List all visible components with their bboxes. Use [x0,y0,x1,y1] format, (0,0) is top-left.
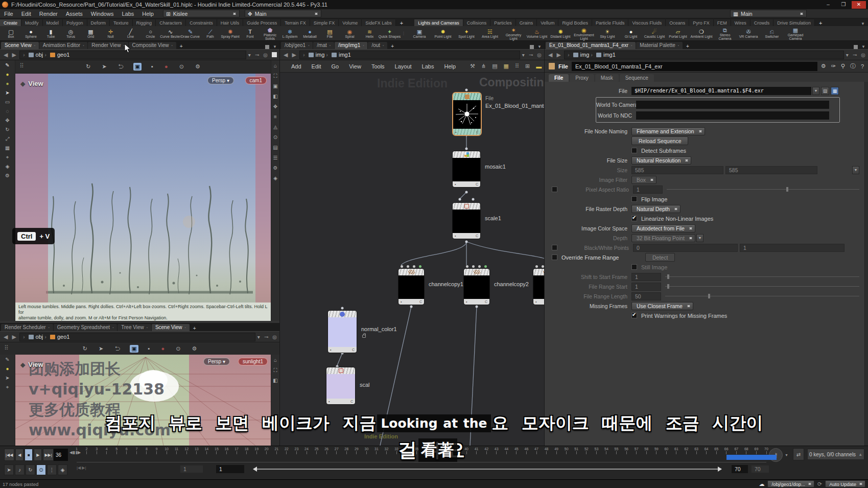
ruler-tick[interactable]: 2 [82,447,92,454]
node-partial[interactable] [533,268,544,305]
playback-range-slider[interactable] [250,465,724,473]
breadcrumb[interactable]: imgimg1 [564,51,844,59]
audio-icon[interactable]: ♪ [15,464,25,475]
loop-mode-icon[interactable]: ↻ [26,464,35,475]
ruler-tick[interactable]: 4 [102,447,112,454]
dropdown-icon[interactable]: ▾ [522,52,525,58]
shelf-tab[interactable]: Collisions [463,19,491,26]
ruler-tick[interactable]: 7 [131,447,142,454]
help-icon[interactable]: ? [861,63,864,69]
pose-handles-icon[interactable]: ◈ [6,164,10,169]
ruler-tick[interactable]: 53 [591,447,601,454]
shelf-tab[interactable]: Particles [490,19,516,26]
pane-tab[interactable]: Geometry Spreadsheet [54,324,118,331]
timeline-ruler[interactable]: 1234567891011121314151617181920212223242… [77,447,766,462]
breadcrumb-item[interactable]: img [303,52,324,58]
ruler-tick[interactable]: 57 [631,447,642,454]
right-desktop-selector[interactable]: ▦ Main [730,10,807,17]
pane-menu-icon[interactable] [537,44,542,49]
ruler-tick[interactable]: 49 [551,447,561,454]
gamepad-camera-tool-icon[interactable]: ▦Gamepad Camera [784,27,807,40]
shelf-tab[interactable]: Drive Simulation [773,19,815,26]
home-view-icon[interactable]: ⌂ [274,358,277,363]
ruler-tick[interactable]: 64 [701,447,712,454]
ruler-tick[interactable]: 15 [212,447,222,454]
playback-range-start-field[interactable]: 1 [216,465,244,473]
forward-icon[interactable]: ▶ [555,52,561,58]
display-flag-icon[interactable]: ● [6,72,9,77]
shelf-tab[interactable]: Grains [516,19,537,26]
metaball-tool-icon[interactable]: ●Metaball [300,27,320,40]
frame-selected-icon[interactable]: ⛶ [274,368,277,373]
menu-item[interactable]: Assets [62,11,87,17]
pin-icon[interactable]: ⊸ [264,334,268,340]
pane-menu-icon[interactable] [861,44,865,49]
display-options-icon[interactable]: ⚙ [194,63,202,71]
shelf-tab[interactable]: Oceans [666,19,689,26]
environment-light-tool-icon[interactable]: ◉Environment Light [572,27,596,40]
file-path-field[interactable]: $HIP/render/Ex_01_Blood_01.mantra1.$F4.e… [631,87,811,95]
shelf-tab[interactable]: Particle Fluids [592,19,629,26]
pane-tab[interactable]: /out [368,42,387,49]
select-keys-icon[interactable]: ➤ [4,464,14,475]
ruler-tick[interactable]: 65 [711,447,721,454]
node-file[interactable]: File Ex_01_Blood_01_mantra [452,92,482,136]
link-icon[interactable]: ◎ [861,52,865,58]
ruler-tick[interactable]: 48 [542,447,552,454]
context-path-dropdown[interactable]: /obj/geo1/dop... [767,480,814,487]
ruler-tick[interactable]: 58 [641,447,651,454]
ruler-tick[interactable]: 56 [621,447,631,454]
menu-item[interactable]: Go [326,63,344,69]
camera-selector[interactable]: sunlight1 [238,358,268,365]
pin-icon[interactable]: ⊸ [529,52,533,58]
shelf-tab[interactable]: Hair Utils [217,19,244,26]
link-icon[interactable]: ◎ [537,52,542,58]
spinner-icon[interactable] [232,11,237,16]
pin-icon[interactable]: ⊸ [255,52,259,58]
ruler-tick[interactable]: 68 [741,447,752,454]
quick-shapes-tool-icon[interactable]: ✦Quick Shapes [380,27,400,40]
circle-tool-icon[interactable]: ○Circle [140,27,160,40]
info-icon[interactable]: ⓘ [850,62,856,70]
color-swatch[interactable] [272,52,277,57]
spiral-tool-icon[interactable]: ◉Spiral [340,27,360,40]
ruler-tick[interactable]: 29 [351,447,362,454]
ruler-tick[interactable]: 54 [601,447,612,454]
ruler-tick[interactable]: 69 [751,447,761,454]
handles-icon[interactable]: ◈ [273,176,277,181]
ruler-tick[interactable]: 14 [201,447,212,454]
menu-item[interactable]: Add [286,63,307,69]
options-list-icon[interactable]: ☰ [273,155,278,160]
ruler-tick[interactable]: 24 [301,447,312,454]
ruler-tick[interactable]: 10 [161,447,172,454]
breadcrumb[interactable]: imgimg1 [299,51,520,59]
layout-icon[interactable]: ≡ [274,114,277,120]
render-flag-icon[interactable]: ● [6,81,9,86]
select-arrow-icon[interactable]: ➤ [5,90,9,96]
menu-item[interactable]: Windows [87,11,118,17]
ruler-tick[interactable]: 3 [91,447,102,454]
playback-range-end-field[interactable]: 70 [732,465,748,473]
back-icon[interactable]: ◀ [3,52,9,58]
link-icon[interactable]: ◎ [263,52,268,58]
scale-handle-icon[interactable]: ⤢ [6,136,10,142]
dropdown-icon[interactable]: ▼ [696,234,703,242]
shelf-tab[interactable]: Pyro FX [689,19,714,26]
shelf-overflow-icon[interactable] [861,21,868,26]
realtime-toggle-icon[interactable]: ⊙ [36,464,46,475]
shelf-tab[interactable]: Rigid Bodies [558,19,592,26]
folder-tab[interactable]: Mask [595,74,619,82]
range-slider-left-handle[interactable] [250,467,257,472]
maximize-button[interactable]: ❐ [836,1,851,9]
sky-light-tool-icon[interactable]: ☀Sky Light [596,27,619,40]
ruler-tick[interactable]: 17 [231,447,242,454]
range-start-slider[interactable] [665,283,859,290]
forward-icon[interactable]: ▶ [11,52,17,58]
ruler-tick[interactable]: 6 [122,447,132,454]
ruler-tick[interactable]: 55 [612,447,622,454]
shelf-tab[interactable]: Terrain FX [281,19,310,26]
image-filter-dropdown[interactable]: Box [631,176,656,184]
toolset-selector[interactable]: ⊞ Kislee [163,10,240,17]
desktop-selector[interactable]: ✥ Main [245,10,321,17]
breadcrumb-item[interactable]: geo1 [44,334,69,340]
